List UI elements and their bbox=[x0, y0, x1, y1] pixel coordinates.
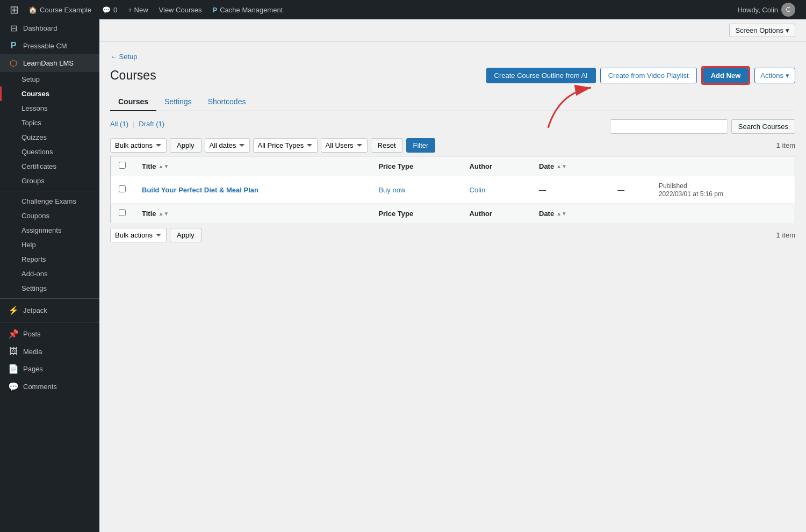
sidebar-item-addons[interactable]: Add-ons bbox=[0, 267, 99, 281]
sidebar-item-topics[interactable]: Topics bbox=[0, 116, 99, 130]
sidebar-item-help[interactable]: Help bbox=[0, 238, 99, 252]
row-published-cell: Published 2022/03/01 at 5:16 pm bbox=[651, 176, 795, 204]
table-header-row: Title ▲▼ Price Type Author bbox=[111, 156, 795, 176]
th-extra1 bbox=[609, 156, 651, 176]
learndash-icon: ⬡ bbox=[8, 58, 19, 68]
comments-link[interactable]: 💬 0 bbox=[97, 0, 123, 19]
search-button[interactable]: Search Courses bbox=[731, 119, 795, 134]
row-checkbox[interactable] bbox=[119, 185, 126, 192]
tfoot-th-author: Author bbox=[462, 204, 531, 224]
create-outline-button[interactable]: Create Course Outline from AI bbox=[486, 68, 596, 83]
all-users-select[interactable]: All Users bbox=[321, 138, 368, 153]
tfoot-th-extra1 bbox=[609, 204, 651, 224]
title-sort-icon: ▲▼ bbox=[159, 163, 169, 169]
sidebar-item-certificates[interactable]: Certificates bbox=[0, 159, 99, 174]
sidebar-item-setup[interactable]: Setup bbox=[0, 72, 99, 87]
sidebar-item-pressable[interactable]: P Pressable CM bbox=[0, 37, 99, 54]
tab-settings[interactable]: Settings bbox=[156, 93, 200, 111]
table-footer-header-row: Title ▲▼ Price Type Author bbox=[111, 204, 795, 224]
th-author: Author bbox=[462, 156, 531, 176]
th-date[interactable]: Date ▲▼ bbox=[531, 156, 609, 176]
sidebar-item-lessons[interactable]: Lessons bbox=[0, 101, 99, 116]
search-input[interactable] bbox=[610, 119, 728, 134]
select-all-checkbox[interactable] bbox=[119, 162, 126, 169]
row-price-type-cell: Buy now bbox=[370, 176, 461, 204]
cache-management-link[interactable]: P Cache Management bbox=[207, 0, 289, 19]
site-name[interactable]: 🏠 Course Example bbox=[23, 0, 97, 19]
admin-bar: ⊞ 🏠 Course Example 💬 0 + New View Course… bbox=[0, 0, 806, 19]
reset-button[interactable]: Reset bbox=[371, 138, 403, 153]
create-video-button[interactable]: Create from Video Playlist bbox=[600, 68, 697, 83]
sidebar-item-questions[interactable]: Questions bbox=[0, 145, 99, 159]
filter-controls-bar: Bulk actions Apply All dates All Price T… bbox=[110, 138, 795, 153]
actions-dropdown-button[interactable]: Actions ▾ bbox=[754, 68, 795, 83]
screen-options-button[interactable]: Screen Options ▾ bbox=[729, 24, 795, 37]
sidebar: ⊟ Dashboard P Pressable CM ⬡ LearnDash L… bbox=[0, 19, 99, 532]
filter-button[interactable]: Filter bbox=[406, 138, 436, 153]
date-sort-icon: ▲▼ bbox=[556, 163, 567, 169]
price-type-link[interactable]: Buy now bbox=[378, 186, 405, 194]
author-link[interactable]: Colin bbox=[470, 186, 486, 194]
tfoot-th-title[interactable]: Title ▲▼ bbox=[134, 204, 370, 224]
sidebar-item-comments[interactable]: 💬 Comments bbox=[0, 378, 99, 396]
search-bar: Search Courses bbox=[610, 119, 795, 134]
sidebar-item-challenge-exams[interactable]: Challenge Exams bbox=[0, 194, 99, 209]
sidebar-item-pages[interactable]: 📄 Pages bbox=[0, 360, 99, 378]
page-content: ← Setup Courses Create Course Outline fr… bbox=[99, 42, 806, 253]
dashboard-icon: ⊟ bbox=[8, 23, 19, 33]
sidebar-item-courses[interactable]: Courses bbox=[0, 87, 99, 101]
status-all-link[interactable]: All (1) bbox=[110, 120, 128, 128]
status-search-bar: All (1) | Draft (1) Search Courses bbox=[110, 119, 795, 134]
row-dash2-cell: — bbox=[609, 176, 651, 204]
pressable-sidebar-icon: P bbox=[8, 41, 19, 51]
tab-courses[interactable]: Courses bbox=[110, 93, 156, 111]
new-link[interactable]: + New bbox=[123, 0, 153, 19]
sidebar-item-settings[interactable]: Settings bbox=[0, 281, 99, 296]
sidebar-item-reports[interactable]: Reports bbox=[0, 252, 99, 267]
avatar: C bbox=[781, 3, 795, 17]
bulk-actions-select[interactable]: Bulk actions bbox=[110, 138, 167, 153]
add-new-button[interactable]: Add New bbox=[703, 68, 749, 83]
wp-logo-icon[interactable]: ⊞ bbox=[5, 3, 23, 16]
tab-shortcodes[interactable]: Shortcodes bbox=[200, 93, 254, 111]
pressable-icon: P bbox=[213, 6, 218, 14]
comments-sidebar-icon: 💬 bbox=[8, 382, 19, 392]
bottom-filter-bar: Bulk actions Apply 1 item bbox=[110, 228, 795, 242]
filter-controls: Bulk actions Apply All dates All Price T… bbox=[110, 138, 435, 153]
page-header-actions: Create Course Outline from AI Create fro… bbox=[486, 66, 795, 85]
bottom-bulk-actions-select[interactable]: Bulk actions bbox=[110, 228, 167, 242]
bulk-apply-button[interactable]: Apply bbox=[170, 138, 202, 153]
sidebar-item-groups[interactable]: Groups bbox=[0, 174, 99, 188]
page-title: Courses bbox=[110, 68, 156, 83]
sidebar-item-quizzes[interactable]: Quizzes bbox=[0, 130, 99, 145]
home-icon: 🏠 bbox=[28, 6, 37, 14]
sidebar-item-assignments[interactable]: Assignments bbox=[0, 223, 99, 238]
add-new-highlight-box: Add New bbox=[701, 66, 751, 85]
row-title-cell: Build Your Perfect Diet & Meal Plan bbox=[134, 176, 370, 204]
sidebar-item-learndash[interactable]: ⬡ LearnDash LMS bbox=[0, 54, 99, 72]
select-all-footer-checkbox[interactable] bbox=[119, 209, 126, 216]
posts-icon: 📌 bbox=[8, 329, 19, 339]
tfoot-th-date[interactable]: Date ▲▼ bbox=[531, 204, 609, 224]
sidebar-item-jetpack[interactable]: ⚡ Jetpack bbox=[0, 301, 99, 319]
th-extra2 bbox=[651, 156, 795, 176]
comment-icon: 💬 bbox=[102, 6, 111, 14]
screen-options-chevron-icon: ▾ bbox=[786, 26, 789, 34]
sidebar-item-media[interactable]: 🖼 Media bbox=[0, 343, 99, 360]
back-link[interactable]: ← Setup bbox=[110, 53, 138, 61]
sidebar-item-dashboard[interactable]: ⊟ Dashboard bbox=[0, 19, 99, 37]
item-count-bottom: 1 item bbox=[776, 231, 795, 239]
view-courses-link[interactable]: View Courses bbox=[154, 0, 207, 19]
tfoot-title-sort-icon: ▲▼ bbox=[159, 211, 169, 217]
sidebar-item-posts[interactable]: 📌 Posts bbox=[0, 325, 99, 343]
row-dash1-cell: — bbox=[531, 176, 609, 204]
howdy-text[interactable]: Howdy, Colin C bbox=[732, 3, 801, 17]
th-title[interactable]: Title ▲▼ bbox=[134, 156, 370, 176]
status-draft-link[interactable]: Draft (1) bbox=[139, 120, 164, 128]
all-dates-select[interactable]: All dates bbox=[205, 138, 250, 153]
sidebar-item-coupons[interactable]: Coupons bbox=[0, 209, 99, 223]
course-title-link[interactable]: Build Your Perfect Diet & Meal Plan bbox=[142, 186, 258, 194]
bottom-bulk-apply-button[interactable]: Apply bbox=[170, 228, 202, 242]
all-price-types-select[interactable]: All Price Types bbox=[253, 138, 318, 153]
th-price-type: Price Type bbox=[370, 156, 461, 176]
